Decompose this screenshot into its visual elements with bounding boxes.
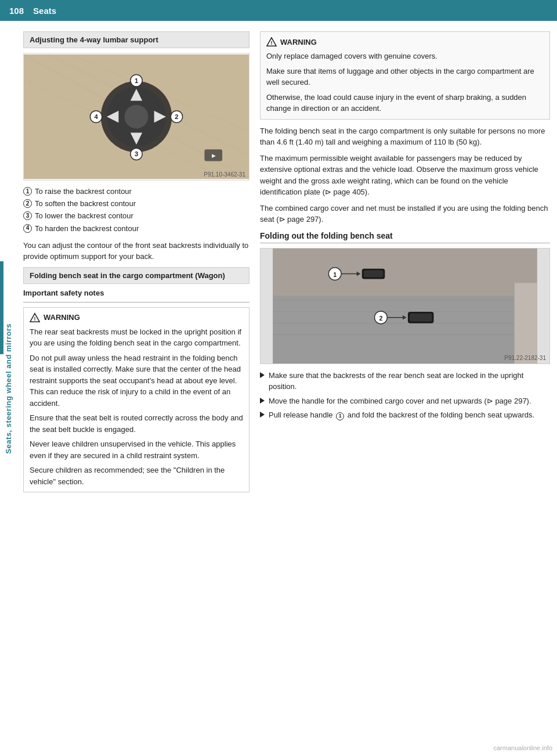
svg-text:2: 2 bbox=[379, 314, 382, 321]
diagram-code-2: P91.22-2182-31 bbox=[504, 355, 546, 361]
divider-safety bbox=[23, 302, 249, 303]
warning-para-3: Ensure that the seat belt is routed corr… bbox=[30, 412, 243, 435]
safety-notes-title: Important safety notes bbox=[23, 289, 249, 297]
bullet-item-3: Pull release handle 1 and fold the backr… bbox=[260, 409, 550, 421]
bullet-arrow-2 bbox=[260, 398, 265, 404]
bullet-item-1: Make sure that the backrests of the rear… bbox=[260, 370, 550, 393]
svg-text:!: ! bbox=[34, 316, 36, 322]
main-content: Adjusting the 4-way lumbar support bbox=[16, 21, 557, 509]
warning-triangle-icon-right: ! bbox=[266, 37, 277, 47]
svg-rect-34 bbox=[364, 270, 384, 277]
list-item-3: 3 To lower the backrest contour bbox=[23, 211, 249, 221]
lumbar-num-list: 1 To raise the backrest contour 2 To sof… bbox=[23, 186, 249, 234]
svg-rect-32 bbox=[273, 249, 537, 296]
bullet-text-3: Pull release handle 1 and fold the backr… bbox=[269, 409, 534, 421]
sidebar-accent-bar bbox=[0, 261, 3, 354]
list-item-1: 1 To raise the backrest contour bbox=[23, 186, 249, 197]
warning-header-left: ! WARNING bbox=[30, 312, 243, 323]
folding-section-title: Folding out the folding bench seat bbox=[260, 231, 550, 243]
warning-triangle-icon: ! bbox=[30, 312, 40, 323]
warning-para-right-1: Only replace damaged covers with genuine… bbox=[266, 51, 544, 62]
section-box-folding: Folding bench seat in the cargo compartm… bbox=[23, 267, 249, 284]
warning-para-2: Do not pull away unless the head restrai… bbox=[30, 352, 243, 409]
folding-diagram: 1 2 P91.22-2182-31 bbox=[260, 248, 550, 364]
page-header: 108 Seats bbox=[0, 0, 557, 21]
warning-para-1: The rear seat backrests must be locked i… bbox=[30, 326, 243, 349]
list-text-4: To harden the backrest contour bbox=[35, 224, 139, 234]
warning-box-left: ! WARNING The rear seat backrests must b… bbox=[23, 307, 249, 493]
bullet-list: Make sure that the backrests of the rear… bbox=[260, 370, 550, 421]
list-item-2: 2 To soften the backrest contour bbox=[23, 199, 249, 209]
svg-text:2: 2 bbox=[175, 113, 178, 120]
svg-rect-27 bbox=[273, 294, 537, 363]
list-text-3: To lower the backrest contour bbox=[35, 211, 133, 221]
warning-para-right-2: Make sure that items of luggage and othe… bbox=[266, 66, 544, 88]
bullet-text-2: Move the handle for the combined cargo c… bbox=[269, 395, 531, 407]
list-item-4: 4 To harden the backrest contour bbox=[23, 224, 249, 234]
warning-para-4: Never leave children unsupervised in the… bbox=[30, 438, 243, 461]
warning-header-right: ! WARNING bbox=[266, 37, 544, 47]
main-para-2: The maximum permissible weight available… bbox=[260, 153, 550, 198]
num-circle-3: 3 bbox=[23, 211, 32, 220]
bullet-text-1: Make sure that the backrests of the rear… bbox=[269, 370, 550, 393]
warning-label-right: WARNING bbox=[280, 38, 317, 46]
main-para-3: The combined cargo cover and net must be… bbox=[260, 203, 550, 225]
lumbar-diagram: 1 2 3 4 ▶ P91.10-3462-31 bbox=[23, 53, 249, 181]
adjust-para: You can adjust the contour of the front … bbox=[23, 240, 249, 262]
warning-label-left: WARNING bbox=[44, 313, 80, 322]
sidebar: Seats, steering wheel and mirrors bbox=[0, 21, 16, 756]
bullet-arrow-3 bbox=[260, 412, 265, 417]
warning-para-right-3: Otherwise, the load could cause injury i… bbox=[266, 92, 544, 114]
num-circle-4: 4 bbox=[23, 224, 32, 233]
svg-text:1: 1 bbox=[333, 271, 337, 278]
bullet-item-2: Move the handle for the combined cargo c… bbox=[260, 395, 550, 407]
list-text-1: To raise the backrest contour bbox=[35, 186, 132, 197]
sidebar-label: Seats, steering wheel and mirrors bbox=[4, 323, 13, 454]
page-number: 108 bbox=[9, 6, 24, 16]
svg-point-7 bbox=[125, 105, 149, 129]
list-text-2: To soften the backrest contour bbox=[35, 199, 136, 209]
header-title: Seats bbox=[33, 6, 56, 16]
svg-rect-45 bbox=[514, 283, 537, 363]
svg-text:1: 1 bbox=[135, 77, 138, 84]
svg-text:4: 4 bbox=[94, 113, 98, 120]
left-column: Adjusting the 4-way lumbar support bbox=[23, 31, 249, 498]
num-circle-1: 1 bbox=[23, 187, 32, 196]
section-box-lumbar: Adjusting the 4-way lumbar support bbox=[23, 31, 249, 48]
right-column: ! WARNING Only replace damaged covers wi… bbox=[260, 31, 550, 498]
svg-rect-36 bbox=[410, 313, 432, 321]
warning-para-5: Secure children as recommended; see the … bbox=[30, 465, 243, 487]
svg-text:3: 3 bbox=[135, 150, 138, 157]
watermark: carmanualonline.info bbox=[493, 744, 552, 751]
diagram-code-1: P91.10-3462-31 bbox=[204, 171, 245, 178]
main-para-1: The folding bench seat in the cargo comp… bbox=[260, 125, 550, 148]
svg-text:!: ! bbox=[271, 40, 273, 46]
svg-text:▶: ▶ bbox=[212, 153, 216, 159]
bullet-arrow-1 bbox=[260, 372, 265, 378]
num-circle-2: 2 bbox=[23, 199, 32, 208]
warning-box-right: ! WARNING Only replace damaged covers wi… bbox=[260, 31, 550, 120]
